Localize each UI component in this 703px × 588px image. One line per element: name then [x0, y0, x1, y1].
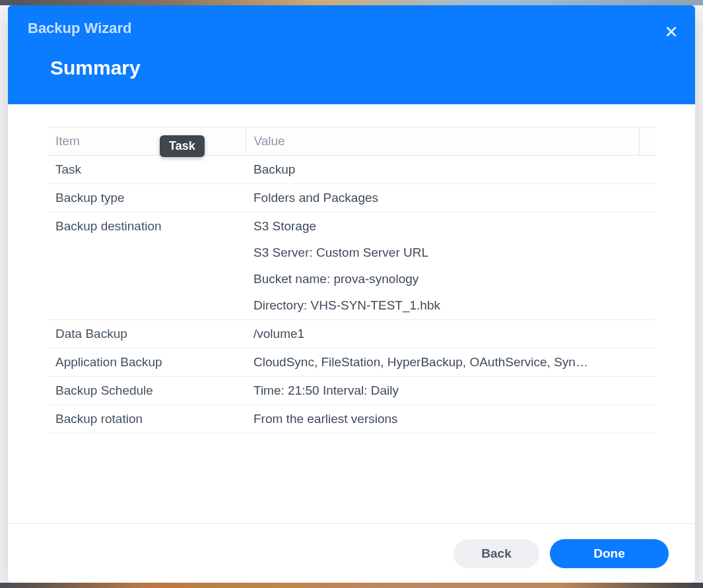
close-button[interactable]: [659, 20, 683, 44]
cell-item: Application Backup: [48, 348, 246, 377]
cell-value: Time: 21:50 Interval: Daily: [246, 377, 640, 405]
table-row: Data Backup /volume1: [48, 320, 655, 348]
table-row: Task Backup: [48, 156, 655, 184]
cell-item: Backup Schedule: [48, 377, 246, 405]
cell-item: Task: [48, 156, 246, 184]
backdrop-bottom-bar: [0, 583, 703, 588]
tooltip: Task: [160, 135, 205, 157]
summary-table: Item Value Task Backup Backup type Folde…: [48, 127, 655, 434]
back-button[interactable]: Back: [453, 539, 539, 568]
table-row: Backup Schedule Time: 21:50 Interval: Da…: [48, 377, 655, 405]
cell-item: Backup rotation: [48, 405, 246, 434]
cell-value: Backup: [246, 156, 640, 184]
cell-item: Backup destination: [48, 212, 246, 320]
cell-item: Data Backup: [48, 320, 246, 348]
wizard-title: Backup Wizard: [28, 20, 675, 37]
dest-line: Bucket name: prova-synology: [253, 272, 632, 286]
header-value: Value: [246, 127, 640, 156]
header-item: Item: [48, 127, 246, 156]
table-row: Backup rotation From the earliest versio…: [48, 405, 655, 434]
dest-line: S3 Storage: [253, 219, 632, 234]
table-row: Backup destination S3 Storage S3 Server:…: [48, 212, 655, 320]
backdrop-top-bar: [0, 0, 703, 5]
wizard-header: Backup Wizard Summary: [8, 5, 695, 104]
dest-line: Directory: VHS-SYN-TEST_1.hbk: [253, 298, 632, 313]
wizard-step-title: Summary: [28, 57, 675, 79]
close-icon: [665, 25, 678, 38]
wizard-footer: Back Done: [8, 523, 695, 583]
table-header-row: Item Value: [48, 127, 655, 156]
table-row: Application Backup CloudSync, FileStatio…: [48, 348, 655, 377]
cell-value: S3 Storage S3 Server: Custom Server URL …: [246, 212, 640, 320]
dest-line: S3 Server: Custom Server URL: [253, 245, 632, 260]
cell-value-text: CloudSync, FileStation, HyperBackup, OAu…: [253, 355, 632, 370]
done-button[interactable]: Done: [550, 539, 669, 568]
cell-value: /volume1: [246, 320, 640, 348]
cell-value: Folders and Packages: [246, 184, 640, 212]
cell-value: From the earliest versions: [246, 405, 640, 434]
cell-item: Backup type: [48, 184, 246, 212]
header-scroll-spacer: [640, 127, 656, 156]
wizard-body: Task Item Value Task Backup Backup type …: [8, 104, 695, 523]
table-row: Backup type Folders and Packages: [48, 184, 655, 212]
cell-value: CloudSync, FileStation, HyperBackup, OAu…: [246, 348, 640, 377]
backup-wizard-dialog: Backup Wizard Summary Task Item Value Ta…: [8, 5, 695, 583]
